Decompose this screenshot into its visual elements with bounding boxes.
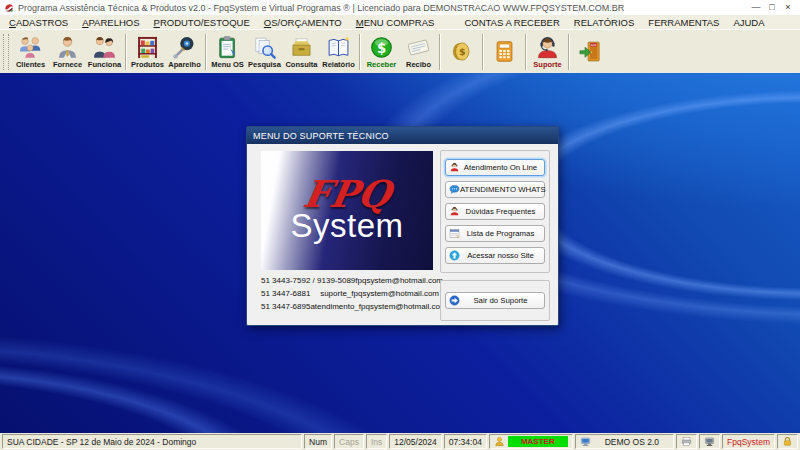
calculator-button[interactable]	[486, 31, 523, 72]
receive-button[interactable]: $ Receber	[363, 31, 400, 72]
support-agent-icon	[449, 206, 460, 217]
clients-button[interactable]: Clientes	[12, 31, 49, 72]
status-monitor-cell	[699, 434, 720, 449]
contact-email: atendimento_fpqsystem@hotmail.com	[310, 300, 446, 313]
status-insert: Ins	[366, 434, 387, 449]
app-logo-icon	[4, 3, 14, 13]
supplier-icon	[55, 35, 80, 60]
application-window: Programa Assistência Técnica & Produtos …	[0, 0, 800, 450]
support-agent-icon	[535, 35, 560, 60]
service-order-clipboard-icon	[215, 35, 240, 60]
program-list-button[interactable]: Lista de Programas	[445, 225, 545, 242]
toolbar-label: Recibo	[406, 61, 431, 69]
clients-icon	[18, 35, 43, 60]
report-button[interactable]: Relatório	[320, 31, 357, 72]
globe-up-arrow-icon	[449, 250, 460, 261]
toolbar-label: Aparelho	[168, 61, 201, 69]
service-order-button[interactable]: Menu OS	[209, 31, 246, 72]
button-label: Atendimento On Line	[460, 163, 541, 172]
device-button[interactable]: Aparelho	[166, 31, 203, 72]
maximize-icon[interactable]: □	[764, 0, 780, 15]
menu-item-produto-estoque[interactable]: PRODUTO/ESTOQUE	[147, 17, 257, 28]
button-label: ATENDIMENTO WHATS	[460, 185, 546, 194]
supplier-button[interactable]: Fornece	[49, 31, 86, 72]
status-location-date: SUA CIDADE - SP 12 de Maio de 2024 - Dom…	[2, 434, 302, 449]
coin-button[interactable]: $	[443, 31, 480, 72]
exit-arrow-icon	[449, 295, 460, 306]
toolbar-label: Relatório	[322, 61, 355, 69]
online-support-button[interactable]: Atendimento On Line	[445, 159, 545, 176]
menu-item-relatorios[interactable]: RELATÓRIOS	[567, 17, 642, 28]
contact-phone: 51 3443-7592 / 9139-5089	[261, 274, 355, 287]
products-button[interactable]: Produtos	[129, 31, 166, 72]
menu-item-menu-compras[interactable]: MENU COMPRAS	[349, 17, 442, 28]
desktop-wallpaper: MENU DO SUPORTE TÉCNICO FPQ System 51 34…	[0, 73, 800, 433]
exit-group: Sair do Suporte	[440, 280, 550, 321]
logged-user-badge: MASTER	[508, 436, 568, 447]
status-caps-lock: Caps	[334, 434, 364, 449]
fpq-system-logo: FPQ System	[261, 151, 433, 270]
contact-list: 51 3443-7592 / 9139-5089 fpqsystem@hotma…	[261, 274, 439, 313]
coin-icon: $	[449, 39, 474, 64]
file-drawer-icon	[289, 35, 314, 60]
lookup-button[interactable]: Consulta	[283, 31, 320, 72]
toolbar-separator	[568, 34, 570, 70]
program-list-icon	[449, 228, 460, 239]
toolbar-grip-handle[interactable]	[3, 34, 9, 70]
toolbar-separator	[482, 34, 484, 70]
receipt-icon	[406, 35, 431, 60]
toolbar-separator	[205, 34, 207, 70]
employees-icon	[92, 35, 117, 60]
receive-dollar-icon: $	[369, 35, 394, 60]
exit-support-button[interactable]: Sair do Suporte	[445, 292, 545, 309]
dialog-body: FPQ System 51 3443-7592 / 9139-5089 fpqs…	[247, 144, 558, 323]
faq-button[interactable]: Dúvidas Frequentes	[445, 203, 545, 220]
status-version-cell: DEMO OS 2.0	[575, 434, 674, 449]
status-time: 07:34:04	[444, 434, 487, 449]
exit-button[interactable]: SAIR	[572, 31, 609, 72]
chat-bubble-icon	[449, 184, 460, 195]
dialog-title-bar[interactable]: MENU DO SUPORTE TÉCNICO	[247, 127, 558, 144]
button-label: Dúvidas Frequentes	[460, 207, 541, 216]
visit-website-button[interactable]: Acessar nosso Site	[445, 247, 545, 264]
contact-phone: 51 3447-6895	[261, 300, 310, 313]
support-button[interactable]: Suporte	[529, 31, 566, 72]
monitor-icon	[704, 436, 715, 447]
toolbar-label: Suporte	[533, 61, 561, 69]
toolbar: Clientes Fornece Funciona	[0, 29, 800, 74]
status-num-lock: Num	[304, 434, 332, 449]
menu-item-os-orcamento[interactable]: OS/ORÇAMENTO	[257, 17, 349, 28]
support-options-group: Atendimento On Line ATENDIMENTO WHATS	[440, 150, 550, 273]
contact-row: 51 3447-6881 suporte_fpqsystem@hotmail.c…	[261, 287, 439, 300]
support-agent-icon	[449, 162, 460, 173]
menu-item-contas-a-receber[interactable]: CONTAS A RECEBER	[457, 17, 566, 28]
toolbar-label: Fornece	[53, 61, 82, 69]
report-book-icon	[326, 35, 351, 60]
menu-item-cadastros[interactable]: CADASTROS	[2, 17, 75, 28]
calculator-icon	[492, 39, 517, 64]
toolbar-separator	[439, 34, 441, 70]
contact-email: suporte_fpqsystem@hotmail.com	[320, 287, 439, 300]
logo-text-fpq: FPQ	[301, 179, 393, 210]
close-icon[interactable]: ×	[780, 0, 796, 15]
menu-item-aparelhos[interactable]: APARELHOS	[75, 17, 146, 28]
toolbar-separator	[525, 34, 527, 70]
menu-item-ajuda[interactable]: AJUDA	[726, 17, 771, 28]
user-icon	[494, 436, 505, 447]
version-label: DEMO OS 2.0	[605, 437, 669, 447]
employees-button[interactable]: Funciona	[86, 31, 123, 72]
toolbar-label: Receber	[367, 61, 397, 69]
toolbar-label: Funciona	[88, 61, 121, 69]
receipt-button[interactable]: Recibo	[400, 31, 437, 72]
svg-text:SAIR: SAIR	[591, 43, 597, 46]
status-user-cell: MASTER	[489, 434, 573, 449]
exit-door-icon: SAIR	[578, 39, 603, 64]
menu-item-ferramentas[interactable]: FERRAMENTAS	[641, 17, 726, 28]
window-controls: — □ ×	[748, 0, 796, 15]
search-button[interactable]: Pesquisa	[246, 31, 283, 72]
button-label: Sair do Suporte	[460, 296, 541, 305]
minimize-icon[interactable]: —	[748, 0, 764, 15]
whatsapp-support-button[interactable]: ATENDIMENTO WHATS	[445, 181, 545, 198]
contact-phone: 51 3447-6881	[261, 287, 310, 300]
toolbar-separator	[125, 34, 127, 70]
